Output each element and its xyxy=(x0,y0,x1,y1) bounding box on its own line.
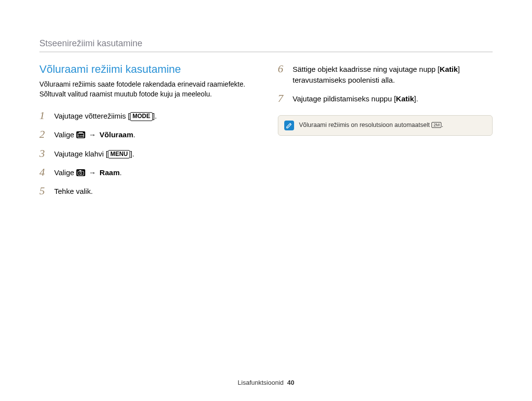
column-right: 6 Sättige objekt kaadrisse ning vajutage… xyxy=(278,63,493,204)
page-footer: Lisafunktsioonid 40 xyxy=(0,379,532,386)
step-text: Vajutage pildistamiseks nuppu [Katik]. xyxy=(293,93,493,104)
step-text: Tehke valik. xyxy=(54,185,254,197)
mode-button-label: MODE xyxy=(130,112,153,121)
text-fragment: Vajutage pildistamiseks nuppu [ xyxy=(293,94,396,103)
document-page: Stseenirežiimi kasutamine Võluraami reži… xyxy=(0,0,532,401)
steps-list-right: 6 Sättige objekt kaadrisse ning vajutage… xyxy=(278,63,493,104)
breadcrumb-section-title: Stseenirežiimi kasutamine xyxy=(39,38,493,49)
text-fragment: Võluraami režiimis on resolutsioon autom… xyxy=(299,122,432,128)
column-left: Võluraami režiimi kasutamine Võluraami r… xyxy=(39,63,254,204)
step-text: Vajutage võtterežiimis [MODE]. xyxy=(54,110,254,122)
divider xyxy=(39,52,493,52)
step-text: Sättige objekt kaadrisse ning vajutage n… xyxy=(293,63,493,86)
strong-text: Raam xyxy=(100,168,120,177)
note-text: Võluraami režiimis on resolutsioon autom… xyxy=(299,121,443,130)
step-text: Vajutage klahvi [MENU]. xyxy=(54,148,254,159)
step-2: 2 Valige SCENE → Võluraam. xyxy=(39,128,254,140)
strong-text: Katik xyxy=(396,94,414,103)
note-icon xyxy=(284,121,294,130)
text-fragment: . xyxy=(133,130,135,139)
svg-rect-4 xyxy=(79,170,81,171)
menu-button-label: MENU xyxy=(108,150,130,159)
step-number: 2 xyxy=(39,128,54,140)
step-number: 6 xyxy=(278,63,293,75)
strong-text: Võluraam xyxy=(100,130,133,139)
step-5: 5 Tehke valik. xyxy=(39,185,254,197)
note-callout: Võluraami režiimis on resolutsioon autom… xyxy=(278,115,493,136)
step-3: 3 Vajutage klahvi [MENU]. xyxy=(39,148,254,159)
text-fragment: Valige xyxy=(54,130,76,139)
step-number: 3 xyxy=(39,148,54,159)
intro-paragraph: Võluraami režiimis saate fotodele rakend… xyxy=(39,80,254,99)
text-fragment: Vajutage võtterežiimis [ xyxy=(54,112,130,120)
step-number: 1 xyxy=(39,110,54,122)
text-fragment: Sättige objekt kaadrisse ning vajutage n… xyxy=(293,65,440,73)
step-text: Valige SCENE → Võluraam. xyxy=(54,128,254,140)
arrow-text: → xyxy=(85,130,100,139)
text-fragment: Vajutage klahvi [ xyxy=(54,150,108,158)
step-6: 6 Sättige objekt kaadrisse ning vajutage… xyxy=(278,63,493,86)
text-fragment: ]. xyxy=(130,150,134,158)
svg-rect-1 xyxy=(79,132,83,133)
svg-point-5 xyxy=(80,172,82,174)
resolution-badge: 2M xyxy=(432,122,442,128)
step-text: Valige → Raam. xyxy=(54,166,254,178)
text-fragment: Valige xyxy=(54,168,76,177)
step-7: 7 Vajutage pildistamiseks nuppu [Katik]. xyxy=(278,93,493,104)
page-number: 40 xyxy=(287,379,294,386)
text-fragment: ]. xyxy=(153,112,157,120)
text-fragment: ]. xyxy=(414,94,418,103)
camera-icon xyxy=(76,169,85,176)
step-1: 1 Vajutage võtterežiimis [MODE]. xyxy=(39,110,254,122)
scene-icon: SCENE xyxy=(76,131,85,138)
page-heading: Võluraami režiimi kasutamine xyxy=(39,63,254,76)
step-number: 7 xyxy=(278,93,293,104)
text-fragment: . xyxy=(120,168,122,177)
text-fragment: . xyxy=(441,122,443,128)
footer-label: Lisafunktsioonid xyxy=(238,379,284,386)
step-number: 4 xyxy=(39,166,54,178)
step-4: 4 Valige → Raam. xyxy=(39,166,254,178)
svg-text:SCENE: SCENE xyxy=(77,134,84,137)
strong-text: Katik xyxy=(440,65,458,73)
svg-rect-3 xyxy=(78,171,84,175)
steps-list-left: 1 Vajutage võtterežiimis [MODE]. 2 Valig… xyxy=(39,110,254,197)
step-number: 5 xyxy=(39,185,54,197)
arrow-text: → xyxy=(85,168,100,177)
two-column-layout: Võluraami režiimi kasutamine Võluraami r… xyxy=(39,63,493,204)
